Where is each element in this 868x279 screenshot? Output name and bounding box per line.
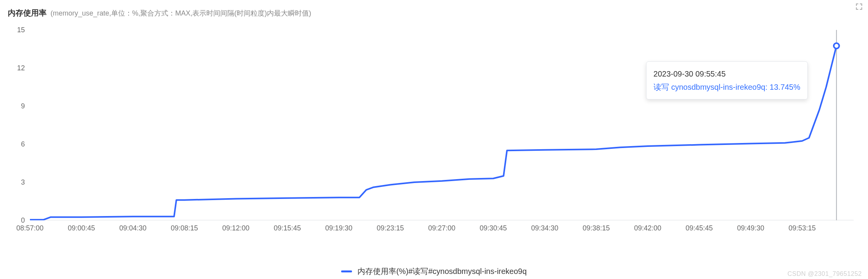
x-tick-label: 09:30:45 [479, 224, 507, 232]
y-tick-label: 12 [17, 64, 25, 72]
x-tick-label: 09:12:00 [222, 224, 249, 232]
legend-swatch [341, 270, 352, 272]
hover-tooltip: 2023-09-30 09:55:45 读写 cynosdbmysql-ins-… [646, 61, 808, 99]
x-axis-labels: 08:57:0009:00:4509:04:3009:08:1509:12:00… [30, 224, 854, 236]
y-tick-label: 0 [21, 216, 25, 225]
chart-header: 内存使用率 (memory_use_rate,单位：%,聚合方式：MAX,表示时… [0, 0, 868, 22]
x-tick-label: 09:00:45 [68, 224, 95, 232]
tooltip-time: 2023-09-30 09:55:45 [654, 67, 800, 80]
x-tick-label: 09:27:00 [428, 224, 455, 232]
x-tick-label: 09:53:15 [788, 224, 816, 232]
y-tick-label: 6 [21, 140, 25, 148]
x-tick-label: 09:04:30 [119, 224, 146, 232]
watermark-text: CSDN @2301_79651252 [788, 270, 862, 277]
expand-icon[interactable] [856, 3, 863, 10]
y-tick-label: 9 [21, 102, 25, 110]
x-tick-label: 09:45:45 [685, 224, 713, 232]
x-tick-label: 09:38:15 [582, 224, 610, 232]
x-tick-label: 09:49:30 [737, 224, 764, 232]
chart-legend: 内存使用率(%)#读写#cynosdbmysql-ins-irekeo9q [0, 266, 868, 277]
plot-surface[interactable] [30, 30, 854, 220]
y-axis-labels: 03691215 [7, 30, 28, 220]
x-tick-label: 09:15:45 [274, 224, 301, 232]
x-tick-label: 09:08:15 [171, 224, 198, 232]
y-tick-label: 3 [21, 178, 25, 187]
chart-area[interactable]: 03691215 08:57:0009:00:4509:04:3009:08:1… [7, 22, 861, 240]
legend-label: 内存使用率(%)#读写#cynosdbmysql-ins-irekeo9q [357, 267, 527, 276]
x-tick-label: 09:34:30 [531, 224, 558, 232]
x-tick-label: 09:19:30 [325, 224, 352, 232]
chart-subtitle: (memory_use_rate,单位：%,聚合方式：MAX,表示时间间隔(时间… [51, 9, 311, 18]
x-tick-label: 08:57:00 [16, 224, 44, 232]
tooltip-value: 读写 cynosdbmysql-ins-irekeo9q: 13.745% [654, 80, 800, 94]
y-tick-label: 15 [17, 26, 25, 34]
x-tick-label: 09:23:15 [376, 224, 404, 232]
x-tick-label: 09:42:00 [634, 224, 661, 232]
chart-title: 内存使用率 [8, 8, 47, 18]
svg-point-2 [834, 43, 839, 49]
